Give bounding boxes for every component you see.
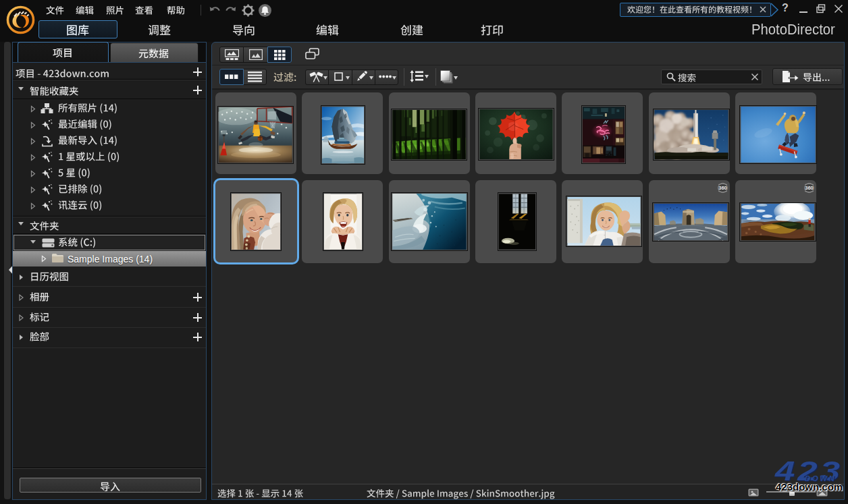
svg-text:360: 360 [718, 185, 727, 191]
svg-text:360: 360 [805, 185, 814, 191]
